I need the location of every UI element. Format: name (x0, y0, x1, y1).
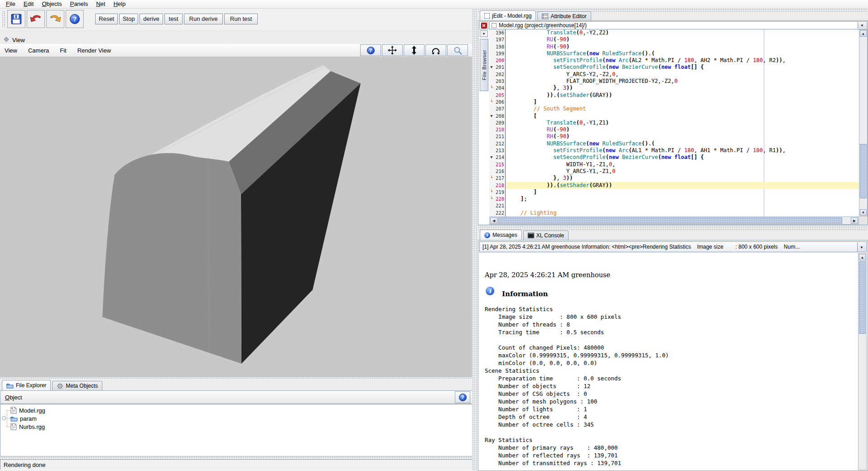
code-line-211[interactable]: 211 RH(-90) (489, 133, 859, 140)
code-line-213[interactable]: 213 setFirstProfile(new Arc(AL1 * Math.P… (489, 147, 859, 154)
editor-panel: ✕ Model.rgg (project:/greenhouse[14]/) ▼… (478, 20, 868, 225)
stop-button[interactable]: Stop (119, 14, 138, 24)
code-line-210[interactable]: 210 RU(-90) (489, 126, 859, 133)
object-header-label[interactable]: Object (5, 394, 22, 401)
code-line-217[interactable]: └217 }, 3)) (489, 175, 859, 182)
code-line-218[interactable]: 218 )).(setShader(GRAY)) (489, 182, 859, 189)
menu-net[interactable]: Net (92, 0, 109, 8)
toolbar-drag-handle[interactable] (2, 11, 5, 27)
code-line-222[interactable]: 222 // Lighting (489, 210, 859, 216)
messages-tab-xl-console[interactable]: XL Console (523, 231, 569, 240)
menu-panels[interactable]: Panels (66, 0, 92, 8)
code-line-216[interactable]: 216 Y_ARCS-Y1,-Z1,0 (489, 168, 859, 175)
code-line-214[interactable]: ▼214 setSecondProfile(new BezierCurve(ne… (489, 154, 859, 161)
line-number: 198 (493, 43, 504, 50)
code-text: )).(setShader(GRAY)) (507, 92, 612, 99)
scroll-right-icon[interactable]: ▶ (851, 217, 858, 224)
line-number: 199 (493, 50, 504, 57)
code-line-199[interactable]: 199 NURBSSurface(new RuledSurface().( (489, 50, 859, 57)
editor-tab-attribute-editor[interactable]: Attribute Editor (537, 11, 591, 21)
help-button[interactable]: ? (66, 10, 84, 28)
run-test-button[interactable]: Run test (224, 14, 258, 24)
menu-objects[interactable]: Objects (38, 0, 66, 8)
chevron-down-icon[interactable]: ▼ (857, 242, 866, 252)
scrollbar-thumb[interactable] (859, 261, 866, 334)
test-button[interactable]: test (164, 14, 183, 24)
code-line-203[interactable]: 203 FLAT_ROOF_WIDTH_PROJECTED-Y2,-Z2,0 (489, 78, 859, 85)
buffer-close-button[interactable]: ✕ (479, 21, 488, 29)
view-tool-move-button[interactable] (382, 44, 403, 56)
code-text-area[interactable]: 196 Translate(0,-Y2,Z2)197 RU(-90)198 RH… (489, 29, 859, 216)
code-line-206[interactable]: └206 ] (489, 99, 859, 106)
view-tool-zoom-button[interactable] (447, 44, 468, 56)
view-tool-help-button[interactable]: ? (360, 44, 381, 56)
scroll-down-icon[interactable]: ▼ (860, 209, 867, 216)
explorer-tab-meta-objects[interactable]: Meta Objects (52, 381, 102, 390)
code-line-200[interactable]: 200 setFirstProfile(new Arc(AL2 * Math.P… (489, 57, 859, 64)
view-menu-fit[interactable]: Fit (60, 47, 66, 54)
chevron-down-icon[interactable]: ▼ (858, 22, 866, 29)
code-line-198[interactable]: 198 RH(-90) (489, 43, 859, 50)
code-line-205[interactable]: 205 )).(setShader(GRAY)) (489, 92, 859, 99)
menu-edit[interactable]: Edit (19, 0, 38, 8)
save-button[interactable] (7, 10, 25, 28)
line-number: 217 (493, 175, 504, 182)
view-menu-view[interactable]: View (5, 47, 17, 54)
view-menu-camera[interactable]: Camera (28, 47, 49, 54)
code-line-221[interactable]: 221 (489, 202, 859, 209)
code-line-208[interactable]: ▼208 [ (489, 113, 859, 120)
undo-button[interactable] (27, 10, 45, 28)
message-selector-combo[interactable]: [1] Apr 28, 2025 4:26:21 AM greenhouse I… (479, 241, 867, 252)
code-line-201[interactable]: ▼201 setSecondProfile(new BezierCurve(ne… (489, 64, 859, 71)
scrollbar-thumb[interactable] (860, 144, 867, 198)
tree-collapse-handle[interactable] (2, 416, 6, 420)
messages-vertical-scrollbar[interactable]: ▲ (858, 253, 867, 470)
menu-file[interactable]: File (2, 0, 19, 8)
tree-item-param[interactable]: param (10, 414, 37, 423)
tree-connector (7, 427, 10, 427)
messages-content[interactable]: Apr 28, 2025 4:26:21 AM greenhouse i Inf… (479, 253, 867, 470)
scroll-up-icon[interactable]: ▲ (859, 254, 866, 260)
tree-item-nurbs-rgg[interactable]: Nurbs.rgg (10, 423, 45, 431)
derive-button[interactable]: derive (140, 14, 163, 24)
code-line-209[interactable]: 209 Translate(0,-Y1,Z1) (489, 120, 859, 126)
explorer-tab-file-explorer[interactable]: File Explorer (2, 380, 51, 390)
line-number: 201 (493, 64, 504, 71)
line-number: 205 (493, 92, 504, 99)
editor-vertical-scrollbar[interactable]: ▲ ▼ (859, 29, 868, 216)
code-line-197[interactable]: 197 RU(-90) (489, 36, 859, 43)
line-number: 218 (493, 182, 504, 189)
message-heading: Information (502, 290, 548, 298)
file-browser-side-tab[interactable]: File Browser (480, 39, 488, 91)
code-line-212[interactable]: 212 NURBSSurface(new RuledSurface().( (489, 140, 859, 147)
sidebar-collapse-button[interactable]: ▼ (480, 30, 488, 37)
scroll-left-icon[interactable]: ◀ (490, 217, 497, 224)
menu-help[interactable]: Help (109, 0, 130, 8)
line-number: 196 (493, 29, 504, 36)
code-line-202[interactable]: 202 Y_ARCS-Y2,-Z2,0, (489, 71, 859, 78)
reset-button[interactable]: Reset (95, 14, 118, 24)
code-line-215[interactable]: 215 WIDTH-Y1,-Z1,0, (489, 161, 859, 168)
3d-viewport[interactable] (0, 57, 472, 377)
panel-splitter[interactable] (472, 9, 478, 471)
run-derive-button[interactable]: Run derive (184, 14, 223, 24)
code-line-207[interactable]: 207 // South Segment (489, 106, 859, 112)
view-tool-pan-button[interactable] (404, 44, 424, 56)
scrollbar-thumb[interactable] (498, 217, 842, 224)
code-line-219[interactable]: └219 ] (489, 189, 859, 196)
file-explorer-tree[interactable]: Model.rggparamNurbs.rgg (0, 404, 474, 457)
editor-horizontal-scrollbar[interactable]: ◀ ▶ (489, 216, 859, 225)
buffer-selector-combo[interactable]: Model.rgg (project:/greenhouse[14]/) ▼ (489, 21, 867, 29)
messages-tab-messages[interactable]: iMessages (480, 230, 522, 240)
code-line-220[interactable]: └220 ]; (489, 196, 859, 202)
tree-item-model-rgg[interactable]: Model.rgg (10, 406, 45, 414)
view-tool-rotate-button[interactable] (425, 44, 446, 56)
view-panel-header: View (0, 36, 472, 44)
redo-button[interactable] (46, 10, 64, 28)
view-menu-render-view[interactable]: Render View (77, 47, 111, 54)
object-help-button[interactable]: ? (455, 391, 470, 403)
code-line-196[interactable]: 196 Translate(0,-Y2,Z2) (489, 29, 859, 36)
editor-tab-jedit-model-rgg[interactable]: jEdit - Model.rgg (480, 10, 536, 21)
code-line-204[interactable]: └204 }, 3)) (489, 85, 859, 91)
scroll-up-icon[interactable]: ▲ (860, 30, 867, 37)
